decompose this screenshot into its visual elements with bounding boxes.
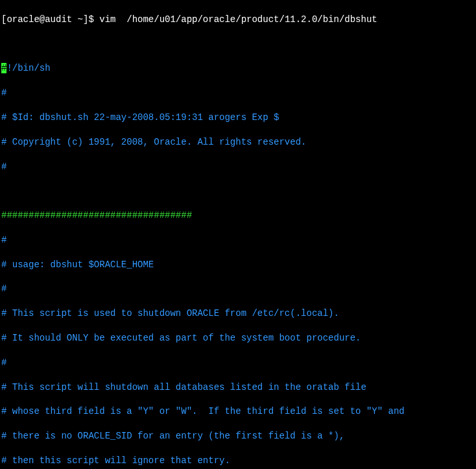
script-line: # whose third field is a "Y" or "W". If … bbox=[1, 405, 475, 418]
script-line: # bbox=[1, 161, 475, 173]
vim-command: vim /home/u01/app/oracle/product/11.2.0/… bbox=[99, 14, 377, 25]
script-line: # bbox=[1, 87, 475, 99]
script-line: # Copyright (c) 1991, 2008, Oracle. All … bbox=[1, 136, 475, 149]
script-line: # usage: dbshut $ORACLE_HOME bbox=[1, 259, 475, 271]
script-line: # $Id: dbshut.sh 22-may-2008.05:19:31 ar… bbox=[1, 112, 475, 124]
blank-line bbox=[1, 185, 475, 197]
terminal-window[interactable]: [oracle@audit ~]$ vim /home/u01/app/orac… bbox=[1, 1, 475, 469]
script-line: # This script is used to shutdown ORACLE… bbox=[1, 307, 475, 320]
shebang-text: !/bin/sh bbox=[6, 63, 50, 73]
blank-line bbox=[1, 38, 475, 51]
script-line: # bbox=[1, 283, 475, 295]
script-line: # there is no ORACLE_SID for an entry (t… bbox=[1, 430, 475, 442]
script-line: # bbox=[1, 234, 475, 247]
script-line: # This script will shutdown all database… bbox=[1, 381, 475, 394]
command-line: [oracle@audit ~]$ vim /home/u01/app/orac… bbox=[1, 14, 475, 26]
script-line-shebang: #!/bin/sh bbox=[1, 62, 475, 75]
script-line: # bbox=[1, 357, 475, 369]
script-line-separator: ################################### bbox=[1, 210, 475, 222]
script-line: # then this script will ignore that entr… bbox=[1, 455, 475, 467]
script-line: # It should ONLY be executed as part of … bbox=[1, 332, 475, 344]
shell-prompt: [oracle@audit ~]$ bbox=[1, 14, 99, 25]
